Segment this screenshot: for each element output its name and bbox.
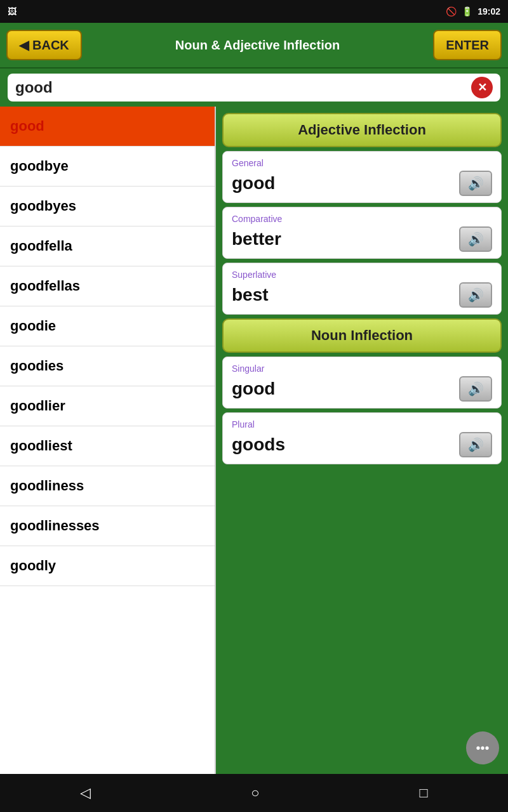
adjective-superlative-value: best bbox=[232, 285, 269, 305]
speaker-icon: 🔊 bbox=[468, 287, 484, 303]
noun-singular-label: Singular bbox=[232, 363, 492, 374]
enter-button[interactable]: ENTER bbox=[433, 30, 502, 60]
right-panel: Adjective Inflection General good 🔊 Comp… bbox=[216, 107, 508, 774]
search-input-wrap: good ✕ bbox=[8, 74, 500, 102]
nav-back-button[interactable]: ◁ bbox=[67, 780, 104, 806]
camera-icon: 🖼 bbox=[8, 6, 17, 16]
audio-comparative-button[interactable]: 🔊 bbox=[459, 226, 492, 252]
word-list-item[interactable]: good bbox=[0, 107, 215, 147]
audio-singular-button[interactable]: 🔊 bbox=[459, 376, 492, 402]
status-right: 🚫 🔋 19:02 bbox=[446, 6, 500, 16]
search-input[interactable]: good bbox=[15, 79, 471, 96]
word-list-item[interactable]: goodliness bbox=[0, 466, 215, 506]
clock: 19:02 bbox=[478, 6, 500, 16]
word-list-item[interactable]: goodies bbox=[0, 346, 215, 386]
audio-superlative-button[interactable]: 🔊 bbox=[459, 282, 492, 308]
word-list-item[interactable]: goodliest bbox=[0, 426, 215, 466]
adjective-general-label: General bbox=[232, 158, 492, 168]
status-bar: 🖼 🚫 🔋 19:02 bbox=[0, 0, 508, 23]
word-list: goodgoodbyegoodbyesgoodfellagoodfellasgo… bbox=[0, 107, 216, 774]
adjective-comparative-card: Comparative better 🔊 bbox=[222, 207, 502, 259]
adjective-comparative-row: better 🔊 bbox=[232, 226, 492, 252]
adjective-comparative-label: Comparative bbox=[232, 214, 492, 224]
speaker-icon: 🔊 bbox=[468, 232, 484, 247]
clear-icon: ✕ bbox=[478, 81, 487, 95]
noun-inflection-header[interactable]: Noun Inflection bbox=[222, 318, 502, 353]
noun-plural-card: Plural goods 🔊 bbox=[222, 412, 502, 464]
page-title: Noun & Adjective Inflection bbox=[88, 38, 427, 53]
status-left: 🖼 bbox=[8, 6, 17, 16]
adjective-general-card: General good 🔊 bbox=[222, 151, 502, 203]
nav-recents-button[interactable]: □ bbox=[407, 780, 441, 806]
adjective-general-value: good bbox=[232, 173, 275, 193]
noun-singular-value: good bbox=[232, 379, 275, 399]
noun-singular-card: Singular good 🔊 bbox=[222, 357, 502, 409]
noun-plural-value: goods bbox=[232, 435, 285, 455]
back-button[interactable]: ◀ BACK bbox=[6, 30, 82, 60]
audio-plural-button[interactable]: 🔊 bbox=[459, 432, 492, 457]
signal-icon: 🚫 bbox=[446, 6, 457, 16]
word-list-item[interactable]: goodfella bbox=[0, 226, 215, 266]
speaker-icon: 🔊 bbox=[468, 176, 484, 191]
adjective-superlative-row: best 🔊 bbox=[232, 282, 492, 308]
adjective-general-row: good 🔊 bbox=[232, 171, 492, 196]
main-content: goodgoodbyegoodbyesgoodfellagoodfellasgo… bbox=[0, 107, 508, 774]
word-list-item[interactable]: goodbye bbox=[0, 147, 215, 187]
nav-home-button[interactable]: ○ bbox=[238, 780, 272, 806]
adjective-superlative-card: Superlative best 🔊 bbox=[222, 263, 502, 315]
speaker-icon: 🔊 bbox=[468, 437, 484, 452]
audio-general-button[interactable]: 🔊 bbox=[459, 171, 492, 196]
bottom-nav: ◁ ○ □ bbox=[0, 774, 508, 812]
word-list-item[interactable]: goodlinesses bbox=[0, 506, 215, 546]
clear-button[interactable]: ✕ bbox=[471, 77, 493, 98]
word-list-item[interactable]: goodlier bbox=[0, 386, 215, 426]
noun-plural-label: Plural bbox=[232, 419, 492, 429]
adjective-superlative-label: Superlative bbox=[232, 270, 492, 280]
word-list-item[interactable]: goodie bbox=[0, 306, 215, 346]
word-list-item[interactable]: goodly bbox=[0, 546, 215, 586]
noun-plural-row: goods 🔊 bbox=[232, 432, 492, 457]
back-arrow-icon: ◀ bbox=[19, 37, 29, 53]
battery-icon: 🔋 bbox=[462, 6, 472, 16]
fab-button[interactable]: ••• bbox=[466, 731, 499, 764]
nav-bar: ◀ BACK Noun & Adjective Inflection ENTER bbox=[0, 23, 508, 69]
speaker-icon: 🔊 bbox=[468, 381, 484, 396]
search-bar: good ✕ bbox=[0, 69, 508, 107]
word-list-item[interactable]: goodfellas bbox=[0, 266, 215, 306]
word-list-item[interactable]: goodbyes bbox=[0, 187, 215, 226]
noun-singular-row: good 🔊 bbox=[232, 376, 492, 402]
adjective-inflection-header[interactable]: Adjective Inflection bbox=[222, 113, 502, 147]
adjective-comparative-value: better bbox=[232, 229, 281, 249]
